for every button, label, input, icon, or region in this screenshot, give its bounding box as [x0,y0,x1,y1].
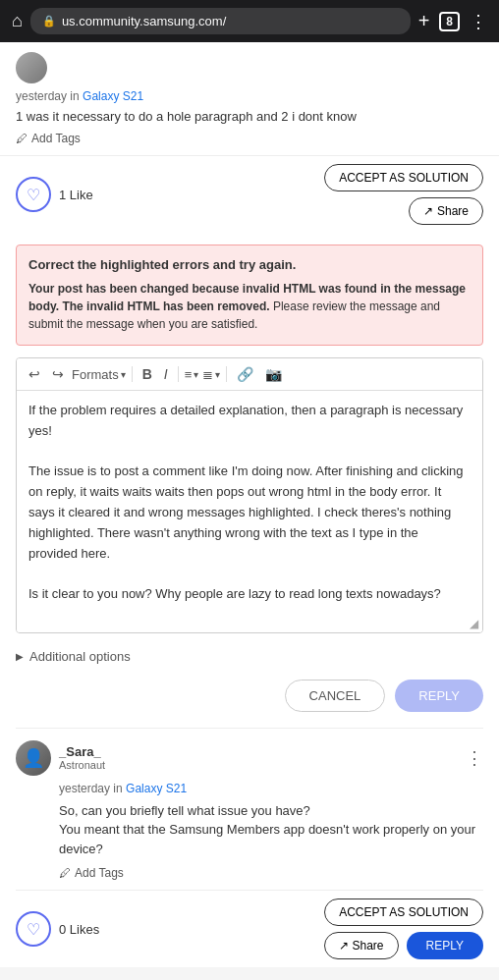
numbered-list-dropdown[interactable]: ≣ ▾ [202,367,220,382]
error-title: Correct the highlighted errors and try a… [28,257,471,272]
bottom-galaxy-s21-link[interactable]: Galaxy S21 [126,782,187,795]
bottom-comment-date: yesterday in Galaxy S21 [16,782,483,795]
bottom-comment-header: 👤 _Sara_ Astronaut ⋮ [16,740,483,776]
comment-body: 1 was it necessary to do a hole paragrap… [0,109,499,124]
chevron-down-icon-3: ▾ [215,369,220,380]
browser-chrome: ⌂ 🔒 us.community.samsung.com/ + 8 ⋮ [0,0,499,42]
bottom-comment-text: So, can you briefly tell what issue you … [16,801,483,859]
user-area: 👤 _Sara_ Astronaut [16,740,105,776]
link-button[interactable]: 🔗 [233,364,257,384]
reply-actions: CANCEL REPLY [0,672,499,728]
redo-button[interactable]: ↪ [48,364,68,384]
avatar [16,52,47,83]
lock-icon: 🔒 [42,15,56,27]
like-area: ♡ 1 Like [16,177,93,212]
tag-icon-2: 🖊 [59,866,71,880]
bold-button[interactable]: B [139,364,156,384]
bottom-reply-button[interactable]: REPLY [407,932,483,959]
numbered-list-icon: ≣ [202,367,213,382]
toolbar-separator [132,366,133,382]
heart-icon: ♡ [27,186,40,204]
bullet-list-icon: ≡ [185,367,193,382]
comment-actions: ♡ 1 Like ACCEPT AS SOLUTION ↗ Share [0,155,499,233]
editor-toolbar: ↩ ↪ Formats ▾ B I ≡ ▾ ≣ ▾ 🔗 📷 [17,358,482,391]
browser-actions: + 8 ⋮ [418,10,487,32]
share-icon-2: ↗ [339,939,349,953]
like-button[interactable]: ♡ [16,177,51,212]
error-body: Your post has been changed because inval… [28,280,471,333]
avatar: 👤 [16,740,51,776]
italic-button[interactable]: I [160,364,172,384]
toolbar-separator-2 [178,366,179,382]
formats-dropdown[interactable]: Formats ▾ [72,367,126,382]
toolbar-separator-3 [226,366,227,382]
page-content: yesterday in Galaxy S21 1 was it necessa… [0,42,499,967]
resize-handle[interactable]: ◢ [17,615,482,632]
like-count: 1 Like [59,188,93,202]
comment-meta [16,52,483,83]
bottom-right-actions: ACCEPT AS SOLUTION ↗ Share REPLY [324,898,484,959]
resize-icon: ◢ [470,617,478,630]
share-icon: ↗ [423,204,433,218]
top-comment [0,42,499,83]
additional-options[interactable]: ▶ Additional options [0,641,499,672]
tag-icon: 🖊 [16,132,28,145]
username: _Sara_ [59,744,105,759]
user-info: _Sara_ Astronaut [59,744,105,771]
accept-solution-button[interactable]: ACCEPT AS SOLUTION [324,164,483,191]
bottom-like-area: ♡ 0 Likes [16,911,99,947]
bottom-accept-solution-button[interactable]: ACCEPT AS SOLUTION [324,898,483,926]
more-menu-icon[interactable]: ⋮ [470,11,487,32]
home-icon[interactable]: ⌂ [12,11,23,31]
error-box: Correct the highlighted errors and try a… [16,245,483,346]
cancel-button[interactable]: CANCEL [285,680,386,712]
comment-date: yesterday in Galaxy S21 [0,89,499,103]
bottom-add-tags-btn[interactable]: 🖊 Add Tags [16,866,483,880]
undo-button[interactable]: ↩ [25,364,44,384]
image-button[interactable]: 📷 [261,364,286,384]
add-tags-btn[interactable]: 🖊 Add Tags [0,132,499,145]
bottom-share-button[interactable]: ↗ Share [324,932,399,959]
galaxy-s21-link[interactable]: Galaxy S21 [83,89,143,103]
bottom-comment-actions: ♡ 0 Likes ACCEPT AS SOLUTION ↗ Share REP… [16,890,483,967]
chevron-down-icon: ▾ [121,369,126,380]
bottom-like-count: 0 Likes [59,922,99,937]
bullet-list-dropdown[interactable]: ≡ ▾ [185,367,199,382]
bottom-comment: 👤 _Sara_ Astronaut ⋮ yesterday in Galaxy… [0,729,499,968]
chevron-down-icon-2: ▾ [194,369,198,380]
editor-body[interactable]: If the problem requires a detailed expla… [17,391,482,615]
bottom-like-button[interactable]: ♡ [16,911,51,947]
reply-button[interactable]: REPLY [395,680,483,712]
user-role: Astronaut [59,759,105,771]
url-text: us.community.samsung.com/ [62,14,226,28]
share-button[interactable]: ↗ Share [409,197,483,225]
heart-icon-2: ♡ [27,920,40,939]
right-actions: ACCEPT AS SOLUTION ↗ Share [324,164,483,225]
editor-container: ↩ ↪ Formats ▾ B I ≡ ▾ ≣ ▾ 🔗 📷 If the pro… [16,357,483,633]
add-tab-icon[interactable]: + [418,10,430,32]
chevron-right-icon: ▶ [16,651,24,662]
more-options-icon[interactable]: ⋮ [466,747,483,769]
url-bar[interactable]: 🔒 us.community.samsung.com/ [30,8,411,34]
tab-count-badge[interactable]: 8 [439,12,460,31]
